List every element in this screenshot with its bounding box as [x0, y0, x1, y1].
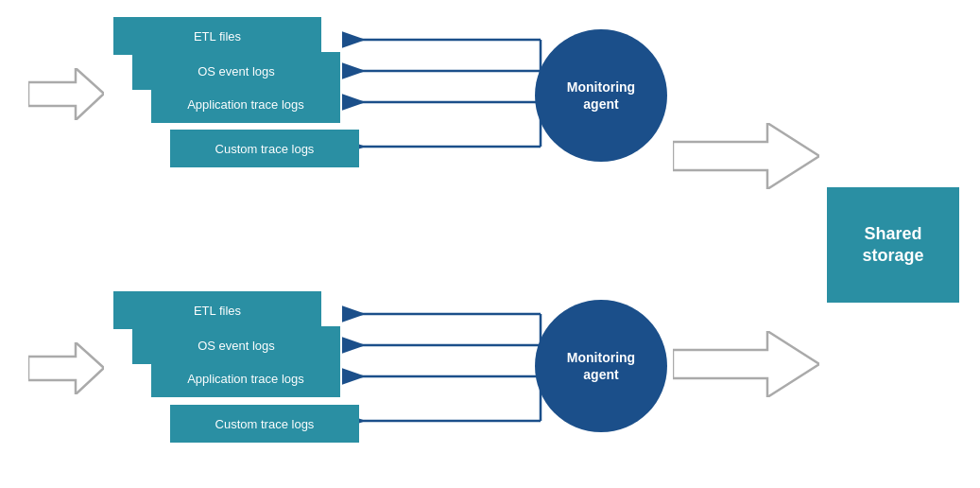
input-arrow-bottom	[28, 342, 104, 394]
monitoring-agent-top: Monitoringagent	[535, 29, 667, 162]
app-trace-logs-top: Application trace logs	[151, 85, 340, 123]
svg-marker-18	[28, 342, 104, 394]
diagram: ETL files OS event logs Application trac…	[0, 0, 980, 488]
etl-files-top: ETL files	[113, 17, 321, 55]
svg-marker-16	[28, 68, 104, 120]
agent-to-storage-arrow-top	[673, 123, 819, 189]
custom-trace-logs-bottom: Custom trace logs	[170, 405, 359, 443]
os-event-logs-bottom: OS event logs	[132, 326, 340, 364]
app-trace-logs-bottom: Application trace logs	[151, 359, 340, 397]
agent-to-storage-arrow-bottom	[673, 331, 819, 397]
custom-trace-logs-top: Custom trace logs	[170, 130, 359, 167]
svg-marker-19	[673, 331, 819, 397]
etl-files-bottom: ETL files	[113, 291, 321, 329]
input-arrow-top	[28, 68, 104, 120]
os-event-logs-top: OS event logs	[132, 52, 340, 90]
shared-storage: Sharedstorage	[827, 187, 959, 303]
monitoring-agent-bottom: Monitoringagent	[535, 300, 667, 432]
svg-marker-17	[673, 123, 819, 189]
